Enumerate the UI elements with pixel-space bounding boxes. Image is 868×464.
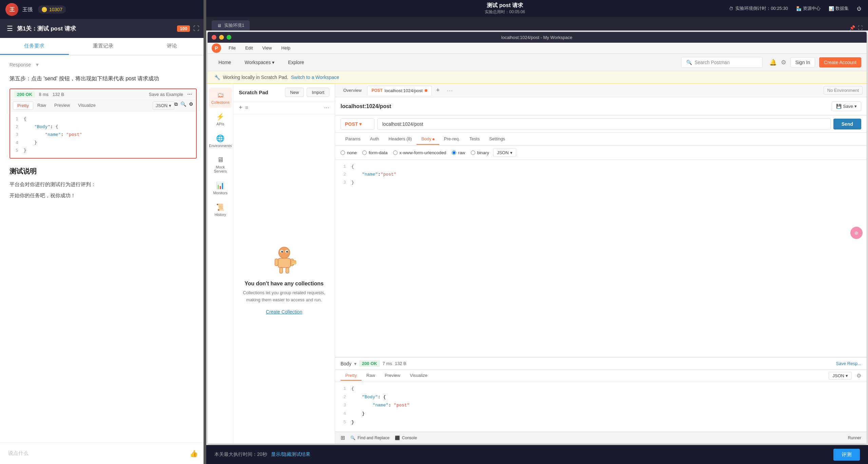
minimize-button[interactable] xyxy=(219,35,224,40)
radio-binary[interactable]: binary xyxy=(471,150,489,155)
nav-explore[interactable]: Explore xyxy=(283,57,309,67)
create-account-btn[interactable]: Create Account xyxy=(819,57,861,67)
sidebar-item-mock-servers[interactable]: 🖥 Mock Servers xyxy=(209,153,232,177)
sign-in-btn[interactable]: Sign In xyxy=(790,57,815,67)
resp-line-1: 1 { xyxy=(339,385,863,393)
search-icon[interactable]: 🔍 xyxy=(180,101,186,110)
more-options-icon[interactable]: ⋯ xyxy=(187,92,192,97)
like-button[interactable]: 👍 xyxy=(190,449,198,458)
resource-center[interactable]: 🏪 资源中心 xyxy=(796,5,821,12)
menu-edit[interactable]: Edit xyxy=(243,44,255,52)
response-format-circle-btn[interactable]: ⊕ xyxy=(850,227,863,239)
section-desc-2: 开始你的任务吧，祝你成功！ xyxy=(9,191,197,200)
radio-urlencoded[interactable]: x-www-form-urlencoded xyxy=(393,150,446,155)
eval-button[interactable]: 评测 xyxy=(833,449,860,461)
format-select[interactable]: JSON ▾ xyxy=(493,148,516,157)
response-label: Response ▼ xyxy=(9,62,40,67)
apis-label: APIs xyxy=(216,122,224,126)
method-select[interactable]: POST ▾ xyxy=(341,118,374,130)
copy-icon[interactable]: ⧉ xyxy=(174,101,178,110)
resp-tab-pretty[interactable]: Pretty xyxy=(341,371,362,381)
resp-tab-visualize[interactable]: Visualize xyxy=(74,101,100,110)
save-btn[interactable]: 💾 Save ▾ xyxy=(832,101,861,111)
layout-icon[interactable]: ⊞ xyxy=(341,435,345,441)
resp-tab-preview[interactable]: Preview xyxy=(380,371,405,381)
add-collection-icon[interactable]: + xyxy=(239,104,243,111)
send-button[interactable]: Send xyxy=(833,119,861,129)
resp-format-select[interactable]: JSON ▾ xyxy=(829,372,852,380)
tab-options-btn[interactable]: ⋯ xyxy=(447,87,453,94)
req-tab-headers[interactable]: Headers (8) xyxy=(384,134,417,145)
power-icon[interactable]: ⏻ xyxy=(857,6,861,11)
banner-link[interactable]: Switch to a Workspace xyxy=(291,75,339,80)
sidebar-item-collections[interactable]: 🗂 Collections xyxy=(209,88,232,108)
editor-code-3: } xyxy=(351,179,354,186)
close-button[interactable] xyxy=(212,35,216,40)
filter-icon[interactable]: ⚙ xyxy=(189,101,193,110)
pin-icon[interactable]: 📌 xyxy=(849,25,855,31)
collapse-arrow[interactable]: ▼ xyxy=(35,62,40,67)
nav-home[interactable]: Home xyxy=(213,57,236,67)
req-tab-params[interactable]: Params xyxy=(341,134,365,145)
req-tab-settings[interactable]: Settings xyxy=(484,134,510,145)
expand-tab-icon[interactable]: ⛶ xyxy=(858,25,863,31)
req-tab-prereq[interactable]: Pre-req. xyxy=(439,134,465,145)
env-tab-1[interactable]: 🖥 实验环境1 xyxy=(212,20,250,31)
menu-view[interactable]: View xyxy=(260,44,274,52)
drag-handle[interactable] xyxy=(204,0,206,464)
req-tab-auth[interactable]: Auth xyxy=(365,134,384,145)
resp-tab-visualize[interactable]: Visualize xyxy=(405,371,432,381)
add-tab-btn[interactable]: + xyxy=(433,86,443,95)
tab-request[interactable]: POST localhost:1024/post xyxy=(367,86,432,95)
settings-icon[interactable]: ⚙ xyxy=(781,59,786,66)
radio-none[interactable]: none xyxy=(341,150,357,155)
sidebar-item-environments[interactable]: 🌐 Environments xyxy=(209,131,232,151)
save-example-btn[interactable]: Save as Example xyxy=(149,92,183,97)
nav-workspaces[interactable]: Workspaces ▾ xyxy=(239,57,280,67)
save-response-btn[interactable]: Save Resp... xyxy=(836,361,861,366)
create-collection-link[interactable]: Create Collection xyxy=(266,309,302,315)
wm-buttons xyxy=(212,35,231,40)
pm-code-editor[interactable]: 1 { 2 "name":"post" 3 } xyxy=(335,160,867,357)
resp-tab-pretty[interactable]: Pretty xyxy=(13,101,33,110)
req-tab-tests[interactable]: Tests xyxy=(465,134,484,145)
sidebar-item-apis[interactable]: ⚡ APIs xyxy=(209,109,232,129)
menu-help[interactable]: Help xyxy=(279,44,292,52)
tab-requirements[interactable]: 任务要求 xyxy=(0,38,69,55)
url-input[interactable] xyxy=(377,118,831,130)
radio-form-data[interactable]: form-data xyxy=(362,150,388,155)
hamburger-icon[interactable]: ☰ xyxy=(7,24,13,33)
filter-icon[interactable]: ≡ xyxy=(245,105,248,111)
tab-reset-record[interactable]: 重置记录 xyxy=(69,38,138,55)
sidebar-item-monitors[interactable]: 📊 Monitors xyxy=(209,178,232,198)
show-hide-link[interactable]: 显示/隐藏测试结果 xyxy=(271,451,310,457)
resp-tab-raw[interactable]: Raw xyxy=(33,101,50,110)
resp-tab-raw[interactable]: Raw xyxy=(362,371,380,381)
json-format-select[interactable]: JSON ▾ xyxy=(153,101,174,110)
resp-tab-preview[interactable]: Preview xyxy=(50,101,74,110)
runner-btn[interactable]: Runner xyxy=(848,436,861,440)
req-tab-body[interactable]: Body xyxy=(417,134,439,145)
tab-comments[interactable]: 评论 xyxy=(137,38,206,55)
more-icon[interactable]: ⋯ xyxy=(324,104,329,111)
tab-overview[interactable]: Overview xyxy=(339,86,366,95)
pm-search-box[interactable]: 🔍 Search Postman xyxy=(681,57,763,68)
response-toolbar: 200 OK 8 ms 132 B Save as Example ⋯ xyxy=(10,89,196,100)
expand-button[interactable]: ⛶ xyxy=(193,25,199,32)
find-replace-icon: 🔍 xyxy=(350,436,355,440)
data-set[interactable]: 📊 数据集 xyxy=(829,5,849,12)
comment-placeholder[interactable]: 说点什么 xyxy=(8,450,186,457)
code-line-2: 2 "Body": { xyxy=(16,123,191,130)
no-environment-selector[interactable]: No Environment xyxy=(824,86,863,95)
import-btn[interactable]: Import xyxy=(307,88,329,97)
new-collection-btn[interactable]: New xyxy=(285,88,304,97)
resp-filter-icon[interactable]: ⚙ xyxy=(856,372,861,379)
radio-raw[interactable]: raw xyxy=(452,150,465,155)
notification-icon[interactable]: 🔔 xyxy=(769,59,777,66)
menu-file[interactable]: File xyxy=(227,44,238,52)
console-item[interactable]: ⬛ Console xyxy=(395,436,417,440)
maximize-button[interactable] xyxy=(227,35,231,40)
find-replace-item[interactable]: 🔍 Find and Replace xyxy=(350,436,389,440)
env-timer: ⏱ 实验环境倒计时：00:25:30 xyxy=(729,5,788,12)
sidebar-item-history[interactable]: 📜 History xyxy=(209,200,232,220)
